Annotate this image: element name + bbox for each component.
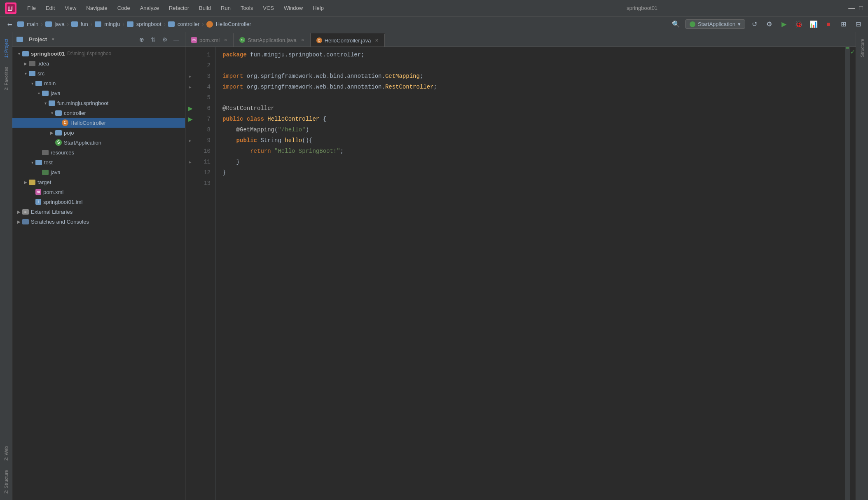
folder-icon-controller bbox=[168, 21, 175, 27]
menu-window[interactable]: Window bbox=[280, 3, 307, 13]
token-close-method: } bbox=[236, 157, 240, 167]
minimize-button[interactable]: — bbox=[848, 5, 855, 12]
project-dropdown-arrow[interactable]: ▾ bbox=[52, 37, 54, 42]
gutter-3[interactable]: ▸ bbox=[185, 71, 195, 82]
expand-arrow-src[interactable]: ▾ bbox=[22, 71, 29, 76]
gutter-7[interactable]: ▶ bbox=[185, 114, 195, 124]
stop-icon[interactable]: ■ bbox=[823, 19, 834, 30]
tab-pom[interactable]: m pom.xml ✕ bbox=[185, 33, 234, 47]
breadcrumb-item-mingju[interactable]: mingju bbox=[95, 21, 120, 27]
tree-item-springboot01[interactable]: ▾ springboot01 D:\mingju\springboo bbox=[12, 49, 185, 58]
gutter-9[interactable]: ▸ bbox=[185, 135, 195, 146]
code-editor[interactable]: ▸ ▸ ▶ ▶ ▸ ▸ 1 2 3 4 5 6 7 bbox=[185, 47, 856, 500]
tab-close-pom[interactable]: ✕ bbox=[224, 37, 227, 43]
tab-startapp[interactable]: S StartApplication.java ✕ bbox=[234, 33, 311, 47]
linenum-1: 1 bbox=[195, 49, 211, 60]
reload-icon[interactable]: ↺ bbox=[749, 19, 760, 30]
expand-arrow-funmingju[interactable]: ▾ bbox=[42, 101, 49, 105]
expand-arrow-extlibs[interactable]: ▶ bbox=[16, 210, 22, 214]
tree-item-funmingju[interactable]: ▾ fun.mingju.springboot bbox=[12, 98, 185, 108]
sort-icon[interactable]: ⇅ bbox=[149, 35, 158, 44]
sidebar-item-favorites[interactable]: 2: Favorites bbox=[2, 63, 10, 93]
gutter-6[interactable]: ▶ bbox=[185, 103, 195, 114]
menu-navigate[interactable]: Navigate bbox=[82, 3, 111, 13]
tree-item-controller[interactable]: ▾ controller bbox=[12, 108, 185, 118]
menu-refactor[interactable]: Refactor bbox=[165, 3, 193, 13]
expand-arrow-main[interactable]: ▾ bbox=[29, 81, 35, 86]
settings-icon[interactable]: ⚙ bbox=[160, 35, 169, 44]
breadcrumb-item-hellocontroller[interactable]: HelloController bbox=[206, 21, 251, 28]
tree-item-extlibs[interactable]: ▶ ≡ External Libraries bbox=[12, 207, 185, 217]
expand-arrow-controller[interactable]: ▾ bbox=[49, 111, 55, 115]
locate-icon[interactable]: ⊕ bbox=[137, 35, 146, 44]
menu-analyze[interactable]: Analyze bbox=[136, 3, 163, 13]
sidebar-item-web[interactable]: Z: Web bbox=[2, 443, 10, 464]
run-config-dropdown[interactable]: StartApplication ▾ bbox=[685, 19, 745, 29]
code-content[interactable]: package fun.mingju.springboot.controller… bbox=[216, 47, 845, 500]
menu-run[interactable]: Run bbox=[217, 3, 235, 13]
menu-file[interactable]: File bbox=[23, 3, 40, 13]
tree-item-pojo[interactable]: ▶ pojo bbox=[12, 128, 185, 138]
menu-build[interactable]: Build bbox=[195, 3, 215, 13]
linenum-3: 3 bbox=[195, 71, 211, 82]
menu-vcs[interactable]: VCS bbox=[259, 3, 278, 13]
sidebar-item-structure[interactable]: Z: Structure bbox=[2, 467, 10, 497]
gutter-11[interactable]: ▸ bbox=[185, 157, 195, 167]
tree-item-test[interactable]: ▾ test bbox=[12, 157, 185, 167]
expand-arrow-springboot01[interactable]: ▾ bbox=[16, 51, 22, 56]
expand-arrow-target[interactable]: ▶ bbox=[22, 180, 29, 185]
split-icon[interactable]: ⊟ bbox=[852, 19, 864, 30]
startapp-tab-icon: S bbox=[239, 37, 245, 43]
tree-item-test-java[interactable]: java bbox=[12, 167, 185, 177]
token-importpkg1: org.springframework.web.bind.annotation. bbox=[247, 71, 385, 82]
tree-label-extlibs: External Libraries bbox=[31, 209, 73, 215]
folder-icon-main bbox=[17, 21, 24, 27]
folder-icon-target bbox=[29, 180, 35, 185]
build-icon[interactable]: ⚙ bbox=[763, 19, 775, 30]
menu-edit[interactable]: Edit bbox=[42, 3, 59, 13]
tree-item-main[interactable]: ▾ main bbox=[12, 78, 185, 88]
tab-hellocontroller[interactable]: C HelloController.java ✕ bbox=[311, 33, 385, 47]
gutter-4[interactable]: ▸ bbox=[185, 82, 195, 92]
tree-item-target[interactable]: ▶ target bbox=[12, 177, 185, 187]
run-icon[interactable]: ▶ bbox=[778, 19, 790, 30]
tree-item-pom[interactable]: m pom.xml bbox=[12, 187, 185, 197]
breadcrumb-item-springboot[interactable]: springboot bbox=[127, 21, 161, 27]
tree-item-resources[interactable]: resources bbox=[12, 147, 185, 157]
tree-item-startapp[interactable]: S StartApplication bbox=[12, 138, 185, 147]
breadcrumb-item-main[interactable]: main bbox=[17, 21, 38, 27]
expand-arrow-scratches[interactable]: ▶ bbox=[16, 220, 22, 224]
maximize-button[interactable]: □ bbox=[859, 5, 863, 12]
breadcrumb-item-fun[interactable]: fun bbox=[71, 21, 88, 27]
gutter-12 bbox=[185, 167, 195, 178]
menu-code[interactable]: Code bbox=[113, 3, 134, 13]
layout-icon[interactable]: ⊞ bbox=[838, 19, 849, 30]
scroll-indicator[interactable] bbox=[845, 47, 850, 500]
menu-view[interactable]: View bbox=[61, 3, 80, 13]
tree-item-java[interactable]: ▾ java bbox=[12, 88, 185, 98]
menu-tools[interactable]: Tools bbox=[236, 3, 257, 13]
expand-arrow-pojo[interactable]: ▶ bbox=[49, 131, 55, 135]
expand-arrow-test[interactable]: ▾ bbox=[29, 160, 35, 165]
collapse-icon[interactable]: — bbox=[172, 35, 181, 44]
tree-item-scratches[interactable]: ▶ Scratches and Consoles bbox=[12, 217, 185, 227]
breadcrumb-item-java[interactable]: java bbox=[45, 21, 65, 27]
tree-item-idea[interactable]: ▶ .idea bbox=[12, 58, 185, 68]
tab-close-hello[interactable]: ✕ bbox=[375, 38, 379, 43]
tree-item-iml[interactable]: i springboot01.iml bbox=[12, 197, 185, 207]
coverage-icon[interactable]: 📊 bbox=[808, 19, 819, 30]
tree-item-hellocontroller[interactable]: C HelloController bbox=[12, 118, 185, 128]
sidebar-right-structure[interactable]: Structure bbox=[858, 35, 866, 61]
search-everywhere-icon[interactable]: 🔍 bbox=[670, 19, 682, 30]
breadcrumb-item-controller[interactable]: controller bbox=[168, 21, 199, 27]
debug-icon[interactable]: 🐞 bbox=[793, 19, 805, 30]
expand-arrow-idea[interactable]: ▶ bbox=[22, 61, 29, 66]
folder-icon-springboot bbox=[127, 21, 133, 27]
tab-close-startapp[interactable]: ✕ bbox=[301, 37, 304, 43]
menu-help[interactable]: Help bbox=[309, 3, 328, 13]
expand-arrow-java[interactable]: ▾ bbox=[35, 91, 42, 96]
sidebar-item-project[interactable]: 1: Project bbox=[2, 35, 10, 61]
folder-icon-java bbox=[42, 91, 49, 96]
back-icon[interactable]: ⬅ bbox=[4, 19, 16, 30]
tree-item-src[interactable]: ▾ src bbox=[12, 68, 185, 78]
